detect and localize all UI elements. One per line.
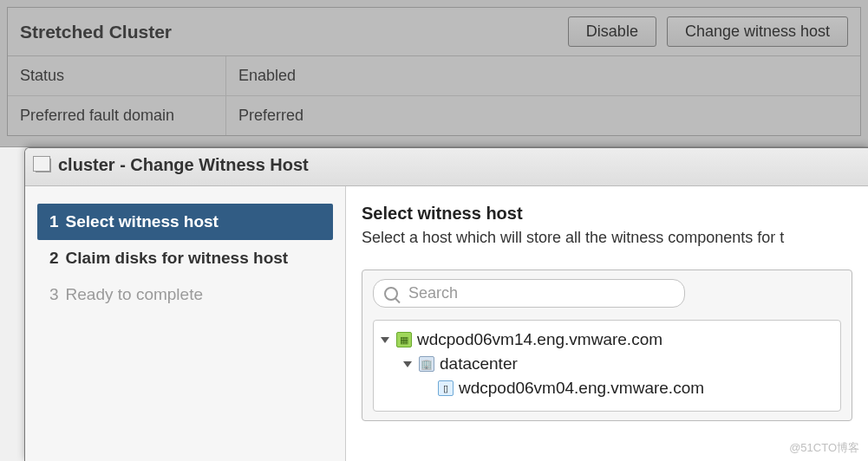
content-heading: Select witness host: [362, 204, 852, 224]
change-witness-dialog: cluster - Change Witness Host 1 Select w…: [24, 147, 868, 461]
change-witness-button[interactable]: Change witness host: [667, 16, 848, 47]
dialog-title-text: cluster - Change Witness Host: [58, 155, 309, 175]
cluster-icon: [36, 159, 51, 172]
step-number: 3: [49, 285, 59, 304]
status-label: Status: [8, 56, 226, 95]
expand-icon[interactable]: [403, 361, 412, 367]
search-icon: [384, 287, 398, 301]
stretched-cluster-panel: Stretched Cluster Disable Change witness…: [7, 7, 861, 136]
expand-icon[interactable]: [381, 337, 389, 343]
host-selection-panel: ▦ wdcpod06vm14.eng.vmware.com 🏢 datacent…: [362, 269, 852, 421]
datacenter-icon: 🏢: [419, 356, 434, 372]
panel-title: Stretched Cluster: [20, 22, 172, 42]
tree-label: wdcpod06vm04.eng.vmware.com: [459, 379, 704, 398]
wizard-content: Select witness host Select a host which …: [346, 186, 868, 461]
search-input[interactable]: [407, 283, 674, 303]
host-icon: ▯: [438, 380, 454, 396]
step-label: Claim disks for witness host: [66, 249, 289, 268]
search-box[interactable]: [373, 279, 685, 308]
vcenter-icon: ▦: [396, 332, 412, 347]
tree-node-host[interactable]: ▯ wdcpod06vm04.eng.vmware.com: [381, 376, 833, 400]
step-select-witness-host[interactable]: 1 Select witness host: [37, 204, 333, 240]
step-label: Ready to complete: [66, 285, 203, 304]
step-number: 1: [49, 212, 59, 231]
step-ready-to-complete[interactable]: 3 Ready to complete: [37, 276, 333, 313]
content-description: Select a host which will store all the w…: [362, 229, 852, 247]
step-label: Select witness host: [66, 212, 219, 231]
tree-label: datacenter: [440, 354, 518, 373]
pfd-label: Preferred fault domain: [8, 96, 226, 135]
inventory-tree: ▦ wdcpod06vm14.eng.vmware.com 🏢 datacent…: [373, 320, 841, 412]
step-claim-disks[interactable]: 2 Claim disks for witness host: [37, 240, 333, 276]
tree-node-datacenter[interactable]: 🏢 datacenter: [381, 352, 833, 376]
tree-label: wdcpod06vm14.eng.vmware.com: [417, 330, 662, 349]
step-number: 2: [49, 249, 59, 268]
wizard-steps: 1 Select witness host 2 Claim disks for …: [25, 186, 346, 461]
preferred-fault-domain-row: Preferred fault domain Preferred: [8, 96, 860, 135]
pfd-value: Preferred: [226, 96, 860, 135]
tree-node-vcenter[interactable]: ▦ wdcpod06vm14.eng.vmware.com: [381, 328, 833, 352]
watermark: @51CTO博客: [789, 440, 859, 456]
status-value: Enabled: [226, 56, 860, 95]
disable-button[interactable]: Disable: [568, 16, 656, 47]
dialog-title-bar: cluster - Change Witness Host: [25, 148, 868, 186]
status-row: Status Enabled: [8, 56, 860, 96]
